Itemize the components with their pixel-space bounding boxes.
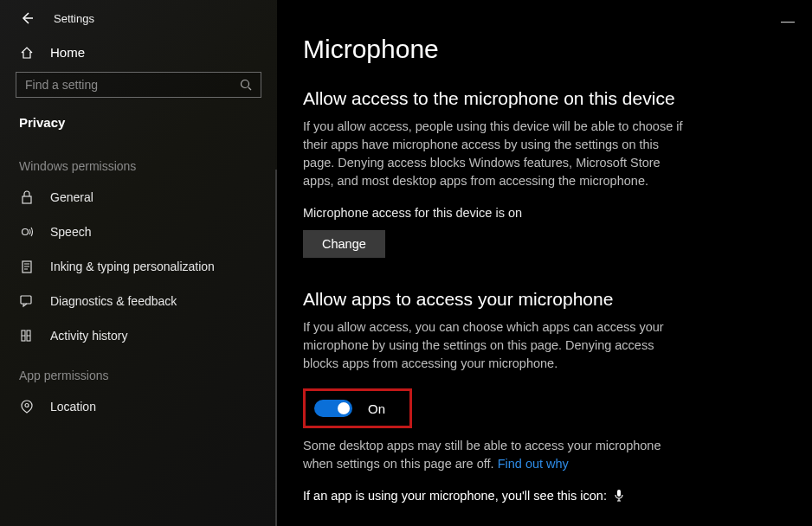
sidebar-home[interactable]: Home — [0, 36, 277, 68]
sidebar-item-label: General — [50, 190, 93, 204]
page-title: Microphone — [303, 35, 764, 64]
sidebar-item-activity[interactable]: Activity history — [0, 318, 277, 353]
toggle-knob — [338, 402, 350, 414]
location-icon — [19, 400, 35, 414]
sidebar-item-location[interactable]: Location — [0, 389, 277, 424]
search-icon — [240, 79, 252, 91]
feedback-icon — [19, 294, 35, 308]
section-2-description: If you allow access, you can choose whic… — [303, 318, 684, 373]
section-windows-permissions: Windows permissions — [0, 144, 277, 180]
sidebar-item-label: Inking & typing personalization — [50, 260, 215, 273]
sidebar-category: Privacy — [0, 110, 277, 144]
home-icon — [19, 46, 35, 60]
svg-point-0 — [242, 80, 249, 88]
lock-icon — [19, 190, 35, 204]
sidebar-item-label: Activity history — [50, 329, 127, 343]
apps-access-toggle[interactable] — [314, 400, 352, 417]
mic-line-text: If an app is using your microphone, you'… — [303, 489, 607, 503]
search-field[interactable] — [25, 78, 240, 92]
search-input[interactable] — [16, 72, 261, 98]
back-arrow-icon[interactable] — [19, 10, 35, 26]
desktop-apps-note: Some desktop apps may still be able to a… — [303, 437, 684, 473]
speech-icon — [19, 225, 35, 239]
window-title: Settings — [54, 12, 94, 25]
sidebar-item-speech[interactable]: Speech — [0, 215, 277, 249]
sidebar-item-label: Speech — [50, 225, 91, 239]
section-1-description: If you allow access, people using this d… — [303, 118, 684, 190]
titlebar: Settings — [0, 0, 277, 36]
svg-rect-8 — [617, 490, 621, 497]
sidebar-home-label: Home — [50, 45, 85, 60]
sidebar-item-diagnostics[interactable]: Diagnostics & feedback — [0, 284, 277, 318]
sidebar-item-general[interactable]: General — [0, 180, 277, 215]
minimize-button[interactable]: — — [781, 14, 795, 29]
svg-rect-1 — [23, 196, 31, 203]
clipboard-icon — [19, 260, 35, 273]
sidebar-item-label: Location — [50, 400, 96, 414]
note-text: Some desktop apps may still be able to a… — [303, 439, 661, 471]
section-1-heading: Allow access to the microphone on this d… — [303, 88, 764, 109]
device-access-status: Microphone access for this device is on — [303, 206, 764, 220]
mic-indicator-line: If an app is using your microphone, you'… — [303, 489, 764, 503]
sidebar: Settings Home Privacy Windows permission… — [0, 0, 277, 526]
history-icon — [19, 329, 35, 343]
content-area: Microphone Allow access to the microphon… — [277, 0, 812, 526]
toggle-label: On — [368, 401, 385, 416]
sidebar-scrollbar[interactable] — [275, 170, 277, 526]
sidebar-item-label: Diagnostics & feedback — [50, 294, 177, 308]
svg-point-2 — [23, 229, 29, 235]
highlighted-toggle-box: On — [303, 388, 412, 428]
sidebar-item-inking[interactable]: Inking & typing personalization — [0, 249, 277, 284]
section-app-permissions: App permissions — [0, 353, 277, 389]
section-2-heading: Allow apps to access your microphone — [303, 289, 764, 310]
find-out-why-link[interactable]: Find out why — [498, 457, 569, 471]
change-button[interactable]: Change — [303, 230, 385, 258]
svg-rect-4 — [21, 296, 31, 304]
microphone-icon — [614, 489, 624, 503]
svg-point-7 — [25, 404, 29, 407]
